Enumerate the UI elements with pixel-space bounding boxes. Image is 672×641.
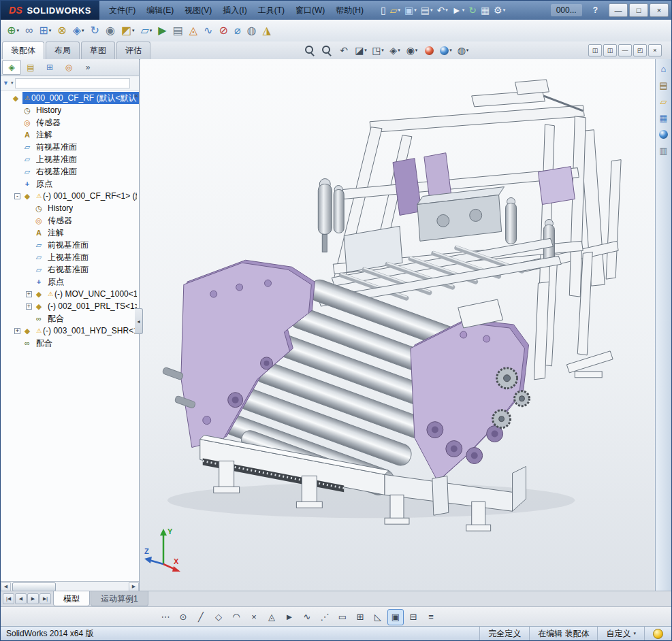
view-palette-icon[interactable]: ▦ [658,112,670,124]
maximize-button[interactable]: □ [629,3,648,17]
status-units-dropdown[interactable]: 自定义 ▾ [597,627,644,640]
minimize-button[interactable]: — [609,3,628,17]
menu-help[interactable]: 帮助(H) [330,2,369,19]
doc-window-icon-a[interactable]: ◫ [588,44,602,56]
rebuild-icon[interactable]: ↻ [466,3,479,18]
tree-item-root-assembly-000-000-cf-rf[interactable]: +◆⚠000_000_CF_RF (默认<默认... [1,92,139,104]
tab-model[interactable]: 模型 [53,591,90,606]
section-view-icon[interactable]: ◪▾ [354,44,368,57]
tree-item-top-plane-001[interactable]: +▱上视基准面 [1,251,139,263]
scroll-right-button[interactable]: ▶ [129,582,139,591]
menu-file[interactable]: 文件(F) [103,2,141,19]
tree-item-annotations[interactable]: +A注解 [1,129,139,141]
display-pane-toggle[interactable]: « [134,92,138,99]
scrollbar-thumb[interactable] [12,582,56,591]
file-explorer-icon[interactable]: ▱ [658,95,670,108]
sketch-trim-icon[interactable]: × [246,609,262,625]
tree-item-front-plane[interactable]: +▱前视基准面 [1,141,139,153]
view-settings-icon[interactable]: ◍▾ [456,44,470,57]
tree-item-mates[interactable]: +∞配合 [1,337,139,349]
tree-item-subassembly-002-001-prl-ts[interactable]: +◆(-) 002_001_PRL_TS<1> (默 [1,300,139,312]
pane-tabs-overflow[interactable]: » [78,60,97,75]
sketch-rectangle-icon[interactable]: ▭ [334,609,351,625]
close-button[interactable]: × [650,3,669,17]
view-settings-icon-dropdown[interactable]: ▾ [466,48,469,53]
tree-item-sensors[interactable]: +◎传感器 [1,116,139,129]
view-orientation-icon[interactable]: ◳▾ [371,44,385,57]
zoom-fit-icon[interactable] [303,44,317,57]
tree-item-subassembly-001-000-cf-rf[interactable]: -◆⚠(-) 001_000_CF_RF<1> (默 [1,190,139,202]
tab-evaluate[interactable]: 评估 [116,42,150,59]
sketch-arc-icon[interactable]: ◠ [228,609,244,625]
quick-tips-icon[interactable] [653,629,663,639]
select-cursor-icon[interactable]: ►▾ [450,3,466,18]
open-file-icon-dropdown[interactable]: ▾ [398,7,401,13]
hide-show-items-icon[interactable]: ◉▾ [405,44,419,57]
sketch-spline-icon[interactable]: ∿ [299,609,315,625]
expand-toggle-subassembly-mov-unc-1000[interactable]: + [26,291,32,297]
sketch-fillet-icon[interactable]: ◺ [370,609,386,625]
tree-horizontal-scrollbar[interactable]: ◀ ▶ [1,581,139,591]
explode-line-sketch-icon[interactable]: ∿ [201,22,215,39]
tab-motion-study-1[interactable]: 运动算例1 [91,591,148,606]
shaded-sketch-contours-icon[interactable]: ▣ [387,609,404,625]
reference-geometry-icon-dropdown[interactable]: ▾ [150,28,153,33]
tab-assembly[interactable]: 装配体 [2,42,44,59]
open-file-icon[interactable]: ▱▾ [388,3,402,18]
undo-icon-dropdown[interactable]: ▾ [445,7,448,13]
linear-component-pattern-icon[interactable]: ⊞▾ [36,22,54,39]
tree-item-mates-001[interactable]: +∞配合 [1,312,139,325]
display-style-icon[interactable]: ◈▾ [388,44,402,57]
sketch-properties-icon[interactable]: ≡ [423,609,439,625]
doc-window-icon-b[interactable]: ◫ [603,44,617,56]
select-cursor-icon-dropdown[interactable]: ▾ [462,7,465,13]
sketch-exit-icon[interactable]: ⊟ [405,609,421,625]
assembly-features-icon-dropdown[interactable]: ▾ [132,28,135,33]
doc-minimize-button[interactable]: — [618,44,632,56]
tab-scroll-prev[interactable]: ◀ [15,593,27,604]
bill-of-materials-icon[interactable]: ▤ [170,22,186,39]
tree-item-top-plane[interactable]: +▱上视基准面 [1,153,139,165]
expand-toggle-subassembly-001-000-cf-rf[interactable]: - [14,193,20,199]
reference-geometry-icon[interactable]: ▱▾ [138,22,155,39]
mass-properties-icon[interactable]: ◍ [244,22,259,39]
sketch-circle-icon[interactable]: ⊙ [175,609,191,625]
rotate-component-icon[interactable]: ↻ [87,22,101,39]
design-library-icon[interactable]: ▤ [658,79,670,91]
custom-properties-icon[interactable]: ▥ [658,144,670,157]
edit-appearance-icon[interactable] [422,44,436,57]
expand-toggle-subassembly-002-001-prl-ts[interactable]: + [26,303,32,310]
tree-item-origin[interactable]: ++原点 [1,178,139,190]
new-file-icon[interactable]: ▯ [379,3,388,18]
assembly-features-icon[interactable]: ◩▾ [118,22,138,39]
graphics-viewport[interactable]: Y Z X [140,59,655,591]
tree-item-front-plane-001[interactable]: +▱前视基准面 [1,239,139,251]
sketch-convert-entities-icon[interactable]: ◬ [263,609,280,625]
featuremanager-tab-icon[interactable]: ◈ [2,60,21,75]
show-hidden-components-icon[interactable]: ◉ [103,22,118,39]
undo-icon[interactable]: ↶▾ [435,3,450,18]
quick-tips-segment[interactable] [644,627,671,640]
task-pane-resources-icon[interactable]: ⌂ [658,63,670,75]
display-style-icon-dropdown[interactable]: ▾ [398,48,400,53]
snap-grid-icon[interactable]: ⊞ [352,609,368,625]
panel-splitter-handle[interactable]: ◂ [135,308,143,334]
save-icon-dropdown[interactable]: ▾ [414,7,417,13]
menu-tools[interactable]: 工具(T) [253,2,290,19]
insert-components-icon-dropdown[interactable]: ▾ [16,28,19,33]
exploded-view-icon[interactable]: ◬ [187,22,200,39]
section-view-icon-dropdown[interactable]: ▾ [364,48,367,53]
tab-layout[interactable]: 布局 [46,42,80,59]
tree-item-subassembly-mov-unc-1000[interactable]: +◆⚠(-) MOV_UNC_1000<1> [1,288,139,300]
doc-restore-button[interactable]: ◰ [633,44,647,56]
tree-item-history-001[interactable]: +◷History [1,202,139,214]
dimxpertmanager-tab-icon[interactable]: ◎ [59,60,78,75]
mate-icon[interactable]: ∞ [22,22,35,39]
scrollbar-track[interactable] [11,582,129,591]
tree-item-history[interactable]: +◷History [1,104,139,116]
apply-scene-icon-dropdown[interactable]: ▾ [449,48,452,53]
propertymanager-tab-icon[interactable]: ▤ [21,60,40,75]
options-icon[interactable]: ⚙▾ [492,3,507,18]
tree-item-origin-001[interactable]: ++原点 [1,276,139,288]
insert-components-icon[interactable]: ⊕▾ [4,22,22,39]
